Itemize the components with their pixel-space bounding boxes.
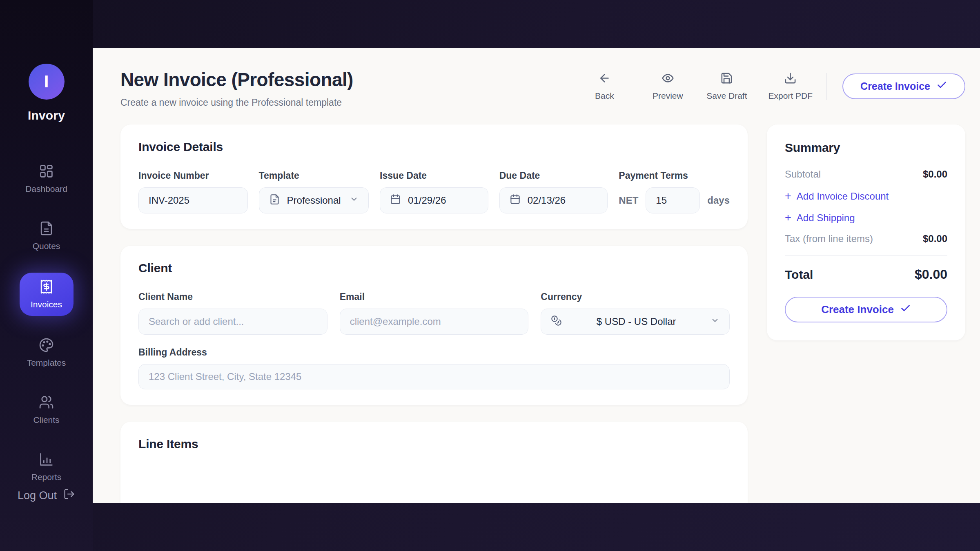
tax-label: Tax (from line items) [785,233,873,244]
page-header: New Invoice (Professional) Create a new … [93,48,980,108]
issue-date-picker[interactable]: 01/29/26 [380,187,488,213]
dashboard-icon [39,164,54,180]
back-label: Back [595,91,614,101]
billing-address-input[interactable] [138,364,730,389]
total-value: $0.00 [915,267,947,282]
add-discount-label: Add Invoice Discount [797,191,889,202]
header-actions: Back Preview Save Draft [576,72,965,101]
billing-address-field: Billing Address [138,347,730,389]
file-text-icon [269,194,280,207]
save-draft-button[interactable]: Save Draft [706,72,747,101]
arrow-left-icon [598,72,611,87]
back-button[interactable]: Back [587,72,622,101]
sidebar-item-clients[interactable]: Clients [20,389,74,430]
currency-field: Currency $ USD - US Dollar [541,291,730,335]
sidebar-nav: Dashboard Quotes Invoices Templates [20,158,74,487]
days-suffix: days [707,195,730,206]
due-date-field: Due Date 02/13/26 [499,170,608,213]
email-field: Email [340,291,529,335]
line-items-card: Line Items [120,422,748,503]
logo-letter: I [44,72,49,91]
currency-select[interactable]: $ USD - US Dollar [541,309,730,335]
due-date-label: Due Date [499,170,608,181]
due-date-value: 02/13/26 [528,195,566,206]
add-discount-link[interactable]: + Add Invoice Discount [785,190,947,202]
sidebar-item-templates[interactable]: Templates [20,332,74,373]
currency-value: $ USD - US Dollar [569,316,704,327]
add-shipping-label: Add Shipping [797,212,855,224]
quotes-icon [39,221,54,238]
payment-terms-row: NET days [619,187,730,213]
create-invoice-button-header[interactable]: Create Invoice [842,73,965,99]
invoices-icon [39,279,54,296]
sidebar-item-dashboard[interactable]: Dashboard [20,158,74,199]
clients-icon [39,395,54,411]
logout-icon [63,488,75,503]
sidebar-item-label: Templates [27,358,66,368]
app-logo: I [29,64,65,100]
summary-heading: Summary [785,141,947,155]
sidebar-item-quotes[interactable]: Quotes [20,216,74,256]
create-invoice-button-summary[interactable]: Create Invoice [785,297,947,322]
add-shipping-link[interactable]: + Add Shipping [785,211,947,224]
page-subtitle: Create a new invoice using the Professio… [120,97,353,108]
main-panel: New Invoice (Professional) Create a new … [93,48,980,503]
export-pdf-button[interactable]: Export PDF [768,72,813,101]
invoice-details-heading: Invoice Details [138,140,730,154]
billing-address-label: Billing Address [138,347,730,358]
issue-date-field: Issue Date 01/29/26 [380,170,488,213]
template-select[interactable]: Professional [259,187,369,213]
net-prefix: NET [619,195,638,206]
template-label: Template [259,170,369,181]
plus-icon: + [785,211,791,224]
sidebar-item-label: Dashboard [25,184,67,194]
tax-row: Tax (from line items) $0.00 [785,233,947,244]
summary-divider [785,255,947,256]
email-input[interactable] [340,309,529,335]
page-title: New Invoice (Professional) [120,69,353,91]
subtotal-row: Subtotal $0.00 [785,169,947,180]
create-invoice-label: Create Invoice [821,303,894,316]
currency-label: Currency [541,291,730,302]
chevron-down-icon [710,316,719,327]
subtotal-label: Subtotal [785,169,821,180]
create-invoice-label: Create Invoice [860,80,930,92]
client-name-input[interactable] [138,309,327,335]
payment-terms-input[interactable] [646,187,700,213]
save-draft-label: Save Draft [706,91,747,101]
app-root: I Invory Dashboard Quotes Invoices [0,0,980,551]
client-fields: Client Name Email Currency [138,291,730,335]
sidebar-item-label: Reports [31,472,62,482]
summary-card: Summary Subtotal $0.00 + Add Invoice Dis… [767,124,965,340]
header-divider [826,73,827,100]
subtotal-value: $0.00 [923,169,947,180]
check-icon [900,303,911,317]
templates-icon [39,338,54,354]
logout-button[interactable]: Log Out [18,488,75,503]
invoice-number-input[interactable] [138,187,248,213]
preview-button[interactable]: Preview [650,72,685,101]
template-field: Template Professional [259,170,369,213]
coins-icon [551,315,562,329]
client-name-field: Client Name [138,291,327,335]
sidebar-item-invoices[interactable]: Invoices [20,273,74,316]
email-label: Email [340,291,529,302]
payment-terms-field: Payment Terms NET days [619,170,730,213]
sidebar-item-label: Quotes [33,241,60,251]
client-name-label: Client Name [138,291,327,302]
header-divider [636,73,636,100]
issue-date-value: 01/29/26 [408,195,446,206]
template-value: Professional [287,195,341,206]
client-heading: Client [138,261,730,275]
save-icon [720,72,733,87]
due-date-picker[interactable]: 02/13/26 [499,187,608,213]
check-icon [936,80,947,93]
download-icon [784,72,797,87]
invoice-details-fields: Invoice Number Template Professional [138,170,730,213]
page-titles: New Invoice (Professional) Create a new … [120,69,353,108]
sidebar-item-reports[interactable]: Reports [20,447,74,487]
sidebar: I Invory Dashboard Quotes Invoices [0,0,93,551]
sidebar-item-label: Clients [33,415,59,425]
plus-icon: + [785,190,791,202]
form-column: Invoice Details Invoice Number Template [120,124,748,503]
